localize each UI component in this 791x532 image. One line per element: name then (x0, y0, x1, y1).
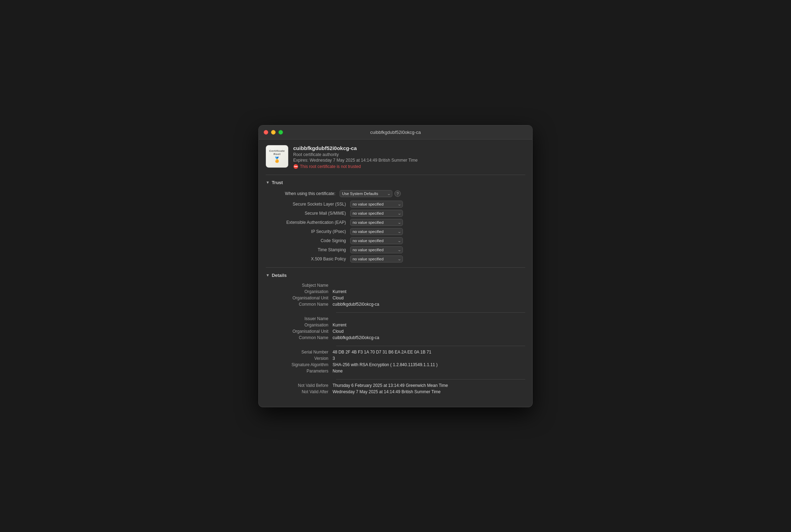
details-section-header: ▼ Details (266, 273, 525, 279)
trust-section-header: ▼ Trust (266, 180, 525, 187)
trust-ipsec-wrapper: no value specified (350, 228, 403, 235)
subject-cn-value: cuibbfkgdubf52i0okcg-ca (333, 302, 379, 307)
issuer-serial-divider (336, 346, 525, 346)
traffic-lights (264, 130, 283, 135)
issuer-orgunit-label: Organisational Unit (266, 329, 333, 334)
trust-codesign-select[interactable]: no value specified (350, 237, 403, 244)
not-before-label: Not Valid Before (266, 383, 333, 388)
trust-when-using-label: When using this certificate: (269, 191, 340, 196)
issuer-orgunit-value: Cloud (333, 329, 343, 334)
trust-codesign-label: Code Signing (266, 238, 350, 243)
trust-fields: Secure Sockets Layer (SSL) no value spec… (266, 201, 525, 262)
subject-cn-row: Common Name cuibbfkgdubf52i0okcg-ca (266, 302, 525, 307)
cert-header: CertificateRoot 🏅 cuibbfkgdubf52i0okcg-c… (266, 145, 525, 169)
trust-smime-row: Secure Mail (S/MIME) no value specified (266, 210, 525, 217)
trust-smime-label: Secure Mail (S/MIME) (266, 211, 350, 216)
not-after-value: Wednesday 7 May 2025 at 14:14:49 British… (333, 389, 440, 394)
serial-group: Serial Number 48 DB 2F 4B F3 1A 70 D7 31… (266, 350, 525, 374)
trust-x509-row: X.509 Basic Policy no value specified (266, 255, 525, 262)
cert-icon-text: CertificateRoot (269, 149, 285, 156)
system-defaults-wrapper: Use System Defaults (340, 190, 392, 197)
system-defaults-select[interactable]: Use System Defaults (340, 190, 392, 197)
titlebar: cuibbfkgdubf52i0okcg-ca (259, 125, 532, 140)
sig-algo-label: Signature Algorithm (266, 362, 333, 367)
trust-chevron-icon[interactable]: ▼ (266, 180, 270, 184)
subject-orgunit-label: Organisational Unit (266, 296, 333, 300)
validity-group: Not Valid Before Thursday 6 February 202… (266, 383, 525, 394)
trust-ssl-select[interactable]: no value specified (350, 201, 403, 208)
cert-info: cuibbfkgdubf52i0okcg-ca Root certificate… (293, 145, 525, 169)
trust-ssl-label: Secure Sockets Layer (SSL) (266, 202, 350, 207)
subject-orgunit-value: Cloud (333, 296, 343, 300)
trust-when-using-row: When using this certificate: Use System … (266, 190, 525, 197)
issuer-orgunit-row: Organisational Unit Cloud (266, 329, 525, 334)
minimize-button[interactable] (271, 130, 276, 135)
trust-eap-label: Extensible Authentication (EAP) (266, 220, 350, 225)
trust-timestamp-label: Time Stamping (266, 247, 350, 252)
trust-help-button[interactable]: ? (394, 190, 401, 197)
serial-label: Serial Number (266, 350, 333, 355)
trust-eap-row: Extensible Authentication (EAP) no value… (266, 219, 525, 226)
subject-name-group: Subject Name Organisation Kurrent Organi… (266, 283, 525, 307)
not-after-label: Not Valid After (266, 389, 333, 394)
maximize-button[interactable] (278, 130, 283, 135)
issuer-cn-label: Common Name (266, 335, 333, 340)
cert-icon: CertificateRoot 🏅 (266, 145, 288, 168)
trust-eap-wrapper: no value specified (350, 219, 403, 226)
params-validity-divider (336, 379, 525, 379)
trust-ssl-wrapper: no value specified (350, 201, 403, 208)
issuer-org-value: Kurrent (333, 323, 346, 327)
not-before-row: Not Valid Before Thursday 6 February 202… (266, 383, 525, 388)
window-title: cuibbfkgdubf52i0okcg-ca (370, 130, 421, 135)
certificate-window: cuibbfkgdubf52i0okcg-ca CertificateRoot … (258, 125, 533, 407)
trust-timestamp-row: Time Stamping no value specified (266, 246, 525, 253)
trust-x509-select[interactable]: no value specified (350, 255, 403, 262)
details-section: ▼ Details Subject Name Organisation Kurr… (266, 273, 525, 394)
issuer-name-heading: Issuer Name (266, 316, 333, 321)
content-area: CertificateRoot 🏅 cuibbfkgdubf52i0okcg-c… (259, 140, 532, 407)
cert-expires: Expires: Wednesday 7 May 2025 at 14:14:4… (293, 158, 525, 163)
subject-org-value: Kurrent (333, 289, 346, 294)
version-value: 3 (333, 356, 335, 361)
subject-org-row: Organisation Kurrent (266, 289, 525, 294)
parameters-value: None (333, 369, 343, 374)
issuer-org-row: Organisation Kurrent (266, 323, 525, 327)
trust-smime-select[interactable]: no value specified (350, 210, 403, 217)
issuer-org-label: Organisation (266, 323, 333, 327)
close-button[interactable] (264, 130, 268, 135)
issuer-name-heading-row: Issuer Name (266, 316, 525, 321)
trust-section: ▼ Trust When using this certificate: Use… (266, 180, 525, 262)
issuer-cn-row: Common Name cuibbfkgdubf52i0okcg-ca (266, 335, 525, 340)
trust-x509-wrapper: no value specified (350, 255, 403, 262)
issuer-cn-value: cuibbfkgdubf52i0okcg-ca (333, 335, 379, 340)
parameters-row: Parameters None (266, 369, 525, 374)
cert-warning: This root certificate is not trusted (293, 164, 525, 169)
details-section-title: Details (272, 273, 287, 278)
issuer-name-group: Issuer Name Organisation Kurrent Organis… (266, 316, 525, 340)
version-label: Version (266, 356, 333, 361)
sig-algo-row: Signature Algorithm SHA-256 with RSA Enc… (266, 362, 525, 367)
trust-codesign-row: Code Signing no value specified (266, 237, 525, 244)
trust-timestamp-select[interactable]: no value specified (350, 246, 403, 253)
trust-ipsec-select[interactable]: no value specified (350, 228, 403, 235)
subject-issuer-divider (336, 312, 525, 313)
sig-algo-value: SHA-256 with RSA Encryption ( 1.2.840.11… (333, 362, 438, 367)
cert-name: cuibbfkgdubf52i0okcg-ca (293, 145, 525, 151)
version-row: Version 3 (266, 356, 525, 361)
serial-value: 48 DB 2F 4B F3 1A 70 D7 31 B6 EA 2A EE 0… (333, 350, 431, 355)
trust-section-title: Trust (272, 180, 283, 185)
subject-orgunit-row: Organisational Unit Cloud (266, 296, 525, 300)
trust-ipsec-label: IP Security (IPsec) (266, 229, 350, 234)
trust-eap-select[interactable]: no value specified (350, 219, 403, 226)
not-after-row: Not Valid After Wednesday 7 May 2025 at … (266, 389, 525, 394)
trust-x509-label: X.509 Basic Policy (266, 257, 350, 261)
subject-name-heading: Subject Name (266, 283, 333, 288)
details-chevron-icon[interactable]: ▼ (266, 273, 270, 277)
trust-smime-wrapper: no value specified (350, 210, 403, 217)
trust-ipsec-row: IP Security (IPsec) no value specified (266, 228, 525, 235)
trust-timestamp-wrapper: no value specified (350, 246, 403, 253)
header-divider (266, 175, 525, 175)
trust-details-divider (266, 267, 525, 268)
cert-ribbon-icon: 🏅 (274, 156, 281, 163)
serial-row: Serial Number 48 DB 2F 4B F3 1A 70 D7 31… (266, 350, 525, 355)
